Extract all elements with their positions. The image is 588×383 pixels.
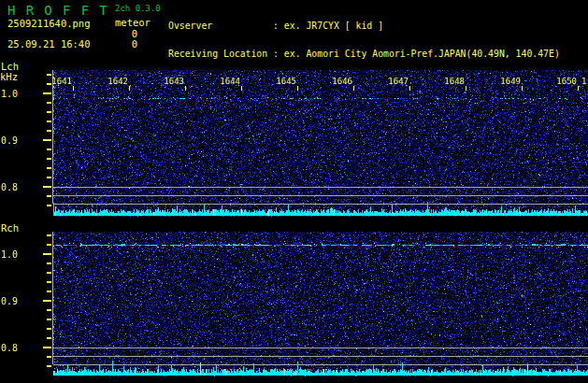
rch-freq-major-tick <box>43 300 51 302</box>
lch-freq-minor-tick <box>47 130 51 132</box>
rch-freq-minor-tick <box>47 244 51 246</box>
lch-freq-minor-tick <box>47 74 51 76</box>
minute-tick <box>297 86 298 91</box>
location-line: Receiving Location : ex. Aomori City Aom… <box>168 50 587 59</box>
lch-freq-major-tick <box>43 186 51 188</box>
lch-freq-minor-tick <box>47 111 51 113</box>
minute-tick <box>185 86 186 91</box>
rch-freq-minor-tick <box>47 337 51 339</box>
rch-freq-minor-tick <box>47 281 51 283</box>
lch-freq-major-tick <box>43 92 51 94</box>
lch-spectrogram <box>53 70 588 217</box>
rch-freq-minor-tick <box>47 365 51 367</box>
time-label: 1644 <box>219 77 240 86</box>
minute-tick <box>409 86 410 91</box>
rch-freq-minor-tick <box>47 272 51 274</box>
minute-tick <box>466 86 466 91</box>
lch-frequency-axis-line <box>52 70 53 204</box>
lch-freq-minor-tick <box>47 167 51 169</box>
time-label: 1650 <box>555 77 577 86</box>
time-label: 1646 <box>331 77 352 86</box>
rch-freq-minor-tick <box>47 234 51 236</box>
rch-channel-label: Rch <box>1 222 19 234</box>
rch-freq-major-tick <box>43 347 51 348</box>
lch-freq-minor-tick <box>47 121 51 122</box>
rch-freq-minor-tick <box>47 328 51 330</box>
minute-tick <box>522 86 523 91</box>
meteor-count-2: 0 <box>115 38 137 50</box>
rch-freq-minor-tick <box>47 291 51 292</box>
minute-tick <box>241 86 242 91</box>
rch-freq-major-tick <box>43 253 51 255</box>
lch-freq-major-tick <box>43 139 51 141</box>
rch-frequency-axis-line <box>52 232 53 364</box>
minute-tick <box>578 86 579 91</box>
output-filename: 2509211640.png <box>7 18 91 29</box>
datetime-label: 25.09.21 16:40 <box>7 38 91 50</box>
rch-freq-tick-label: 1.0 <box>1 249 17 260</box>
time-label: 1647 <box>387 77 409 86</box>
lch-freq-tick-label: 1.0 <box>1 89 17 99</box>
time-label: 1645 <box>275 77 296 86</box>
rch-freq-minor-tick <box>47 356 51 358</box>
app-version: 2ch 0.3.0 <box>115 4 161 13</box>
freq-unit-label: kHz <box>0 71 18 82</box>
observer-line: Ovserver : ex. JR7CYX [ kid ] <box>168 21 587 31</box>
time-label-clipped: 1 <box>581 77 588 86</box>
time-label: 1648 <box>443 77 465 86</box>
lch-freq-tick-label: 0.9 <box>1 135 17 146</box>
lch-freq-minor-tick <box>47 205 51 206</box>
lch-freq-minor-tick <box>47 177 51 178</box>
rch-freq-minor-tick <box>47 309 51 311</box>
mode-label: meteor <box>115 17 151 28</box>
lch-freq-minor-tick <box>47 195 51 197</box>
hrofft-spectrogram-output: H R O F F T 2ch 0.3.0 2509211640.png met… <box>0 0 588 383</box>
lch-freq-minor-tick <box>47 158 51 160</box>
time-label: 1641 <box>50 77 72 86</box>
lch-freq-minor-tick <box>47 149 51 150</box>
rch-freq-tick-label: 0.8 <box>1 343 17 353</box>
rch-spectrogram <box>53 232 588 376</box>
time-label: 1642 <box>107 77 128 86</box>
minute-tick <box>73 86 74 91</box>
time-label: 1649 <box>499 77 521 86</box>
lch-freq-tick-label: 0.8 <box>1 182 17 192</box>
rch-freq-minor-tick <box>47 262 51 264</box>
minute-tick <box>129 86 130 91</box>
time-label: 1643 <box>163 77 184 86</box>
lch-freq-minor-tick <box>47 102 51 104</box>
rch-freq-minor-tick <box>47 319 51 320</box>
rch-freq-tick-label: 0.9 <box>1 296 17 306</box>
app-title: H R O F F T <box>7 3 108 18</box>
minute-tick <box>353 86 354 91</box>
